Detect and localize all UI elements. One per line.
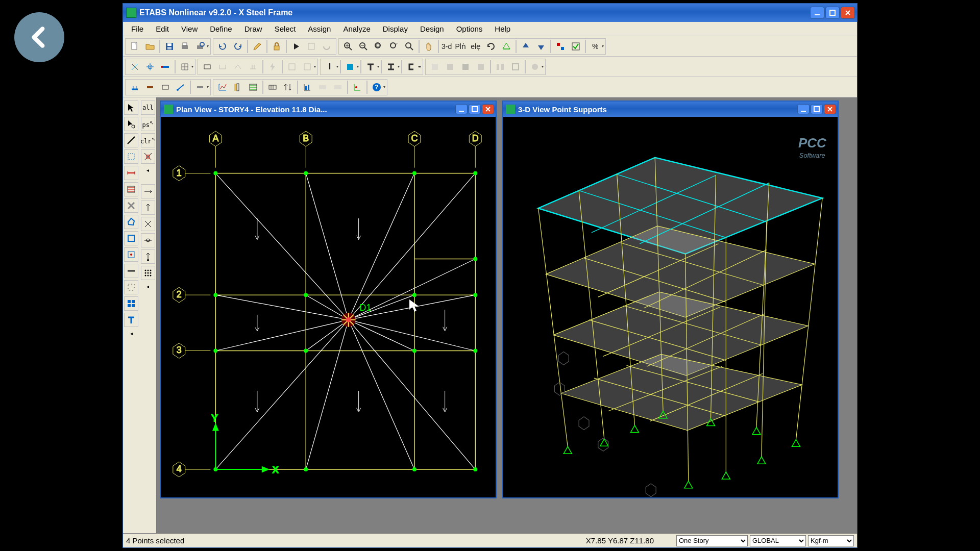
menu-display[interactable]: Display xyxy=(377,23,414,35)
dropdown-icon[interactable]: ▾ xyxy=(357,64,359,69)
misc-6-button[interactable] xyxy=(508,60,523,74)
menu-select[interactable]: Select xyxy=(268,23,302,35)
frame-type-2-button[interactable] xyxy=(215,60,230,74)
snap-point-button[interactable] xyxy=(128,60,142,74)
plan-close-button[interactable] xyxy=(482,104,494,114)
zoom-previous-button[interactable] xyxy=(402,39,416,54)
misc-1-button[interactable] xyxy=(428,60,442,74)
print-button[interactable] xyxy=(178,39,192,54)
collapse-b-button[interactable]: ◂ xyxy=(141,282,155,290)
display-4-button[interactable] xyxy=(265,80,280,94)
menu-view[interactable]: View xyxy=(175,23,204,35)
draw-line-button[interactable] xyxy=(124,133,138,147)
zoom-window-button[interactable] xyxy=(372,39,386,54)
select-ps-button[interactable]: ps↖ xyxy=(141,117,155,131)
text-button[interactable]: I xyxy=(323,60,337,74)
display-7-button[interactable] xyxy=(315,80,330,94)
menu-define[interactable]: Define xyxy=(204,23,238,35)
draw-rect-button[interactable] xyxy=(124,149,138,164)
grid-dots-button[interactable] xyxy=(141,266,155,280)
3d-label[interactable]: 3-d xyxy=(440,42,453,51)
draw-section-button[interactable] xyxy=(124,166,138,180)
undo-button[interactable] xyxy=(215,39,230,54)
draw-tee-button[interactable] xyxy=(124,313,138,327)
collapse-a-button[interactable]: ◂ xyxy=(141,166,155,174)
print-preview-button[interactable] xyxy=(193,39,207,54)
draw-box-button[interactable] xyxy=(124,231,138,245)
menu-help[interactable]: Help xyxy=(488,23,517,35)
lock-button[interactable] xyxy=(270,39,284,54)
snap-int-button[interactable] xyxy=(141,149,155,164)
dropdown-icon[interactable]: ▾ xyxy=(207,44,209,48)
design-1-button[interactable] xyxy=(128,80,142,94)
coord-sys-select[interactable]: GLOBAL xyxy=(750,535,806,546)
design-4-button[interactable] xyxy=(174,80,188,94)
redo-button[interactable] xyxy=(231,39,245,54)
fill-color-button[interactable] xyxy=(343,60,357,74)
lightning-button[interactable] xyxy=(265,60,280,74)
run-analysis-button[interactable] xyxy=(289,39,303,54)
select-clr-button[interactable]: clr↖ xyxy=(141,133,155,147)
help-button[interactable]: ? xyxy=(370,80,384,94)
frame-type-3-button[interactable] xyxy=(231,60,245,74)
perspective-button[interactable] xyxy=(499,39,513,54)
down-story-button[interactable] xyxy=(534,39,548,54)
zoom-extents-button[interactable] xyxy=(387,39,401,54)
elevation-view-button[interactable]: elẹ xyxy=(469,39,483,54)
close-button[interactable] xyxy=(841,7,855,19)
draw-dots-button[interactable] xyxy=(124,280,138,294)
select-all-button[interactable]: all xyxy=(141,101,155,115)
draw-dash-button[interactable] xyxy=(124,264,138,278)
end-snap-button[interactable] xyxy=(141,249,155,264)
misc-5-button[interactable] xyxy=(493,60,507,74)
dropdown-icon[interactable]: ▾ xyxy=(419,64,421,69)
i-section-button[interactable] xyxy=(384,60,398,74)
edit-button[interactable] xyxy=(250,39,264,54)
intersect-button[interactable] xyxy=(141,217,155,231)
design-2-button[interactable] xyxy=(143,80,157,94)
plan-minimize-button[interactable] xyxy=(455,104,468,114)
menu-assign[interactable]: Assign xyxy=(302,23,337,35)
dropdown-icon[interactable]: ▾ xyxy=(398,64,400,69)
snap-end-button[interactable] xyxy=(158,60,173,74)
menu-draw[interactable]: Draw xyxy=(238,23,268,35)
draw-poly-button[interactable] xyxy=(124,215,138,229)
3d-maximize-button[interactable] xyxy=(811,104,823,114)
draw-target-button[interactable] xyxy=(124,247,138,262)
dropdown-icon[interactable]: ▾ xyxy=(336,64,338,69)
display-9-button[interactable] xyxy=(350,80,364,94)
grid-button[interactable] xyxy=(178,60,192,74)
frame-type-1-button[interactable] xyxy=(200,60,214,74)
3d-close-button[interactable] xyxy=(824,104,836,114)
save-button[interactable] xyxy=(162,39,177,54)
design-5-button[interactable] xyxy=(193,80,207,94)
3d-canvas[interactable]: PCC Software xyxy=(503,117,838,497)
titlebar[interactable]: ETABS Nonlinear v9.2.0 - X Steel Frame xyxy=(123,4,857,22)
draw-cross-button[interactable] xyxy=(124,198,138,213)
maximize-button[interactable] xyxy=(825,7,840,19)
t-section-button[interactable] xyxy=(363,60,378,74)
axis-y-button[interactable] xyxy=(141,201,155,215)
dropdown-icon[interactable]: ▾ xyxy=(191,64,193,69)
display-3-button[interactable] xyxy=(246,80,260,94)
plan-titlebar[interactable]: Plan View - STORY4 - Elevation 11.8 Dia.… xyxy=(161,102,496,117)
new-file-button[interactable] xyxy=(128,39,142,54)
display-6-button[interactable] xyxy=(300,80,314,94)
misc-3-button[interactable] xyxy=(458,60,473,74)
misc-4-button[interactable] xyxy=(474,60,488,74)
collapse-left-button[interactable]: ◂ xyxy=(124,329,138,337)
back-badge[interactable] xyxy=(14,12,64,62)
units-select[interactable]: Kgf-m xyxy=(808,535,854,546)
misc-2-button[interactable] xyxy=(443,60,457,74)
dropdown-icon[interactable]: ▾ xyxy=(207,85,209,89)
tool-a-button[interactable] xyxy=(304,39,318,54)
draw-grid-button[interactable] xyxy=(124,182,138,196)
display-8-button[interactable] xyxy=(331,80,345,94)
draw-grid2-button[interactable] xyxy=(124,296,138,311)
3d-minimize-button[interactable] xyxy=(797,104,810,114)
open-file-button[interactable] xyxy=(143,39,157,54)
display-2-button[interactable] xyxy=(231,80,245,94)
section-1-button[interactable] xyxy=(285,60,299,74)
select-node-button[interactable] xyxy=(124,117,138,131)
tool-b-button[interactable] xyxy=(320,39,334,54)
